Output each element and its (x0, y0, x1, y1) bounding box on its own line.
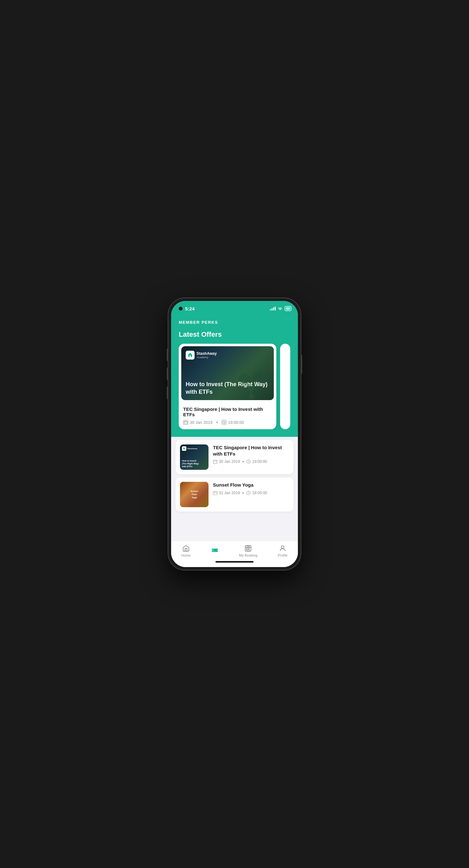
svg-rect-3 (184, 421, 187, 424)
item-2-title: Sunset Flow Yoga (213, 482, 289, 488)
meta-separator-1 (216, 422, 218, 423)
item-1-content: TEC Singapore | How to Invest with ETFs … (213, 444, 289, 464)
nav-booking-label: My Booking (239, 553, 257, 557)
clock-icon (222, 420, 227, 425)
item-2-date-meta: 31 Jan 2019 (213, 491, 240, 495)
wifi-icon (277, 306, 283, 311)
item-1-title: TEC Singapore | How to Invest with ETFs (213, 444, 289, 457)
content-area[interactable]: StashAway How to Invest(The Right Way)wi… (171, 437, 298, 540)
stashaway-logo: StashAway Academy (186, 351, 217, 360)
thumb-yoga-bg: SunsetFlowYoga (180, 482, 208, 507)
phone-frame: 5:24 60 (168, 298, 301, 570)
volume-up-button (167, 348, 168, 361)
svg-point-14 (282, 546, 284, 548)
silent-switch (167, 386, 168, 399)
nav-home[interactable]: Home (176, 543, 196, 558)
list-item[interactable]: StashAway How to Invest(The Right Way)wi… (176, 440, 293, 474)
signal-bar-2 (271, 308, 272, 310)
brand-name: StashAway (197, 351, 217, 356)
nav-booking[interactable]: My Booking (234, 543, 262, 558)
item-1-meta: 30 Jan 2019 19:00:00 (213, 459, 289, 464)
member-perks-label: MEMBER PERKS (179, 320, 290, 325)
phone-screen: 5:24 60 (171, 301, 298, 567)
featured-card-image: StashAway Academy How to Invest (The Rig… (181, 346, 274, 400)
volume-down-button (167, 368, 168, 380)
home-indicator (215, 561, 254, 563)
featured-card[interactable]: StashAway Academy How to Invest (The Rig… (179, 344, 276, 429)
profile-icon (279, 545, 287, 552)
latest-offers-label: Latest Offers (179, 331, 290, 339)
thumb-yoga-text: SunsetFlowYoga (189, 489, 199, 500)
thumb-stashaway-text: How to Invest(The Right Way)with ETFs (182, 459, 207, 468)
item-1-date-meta: 30 Jan 2019 (213, 459, 240, 464)
time-display: 5:24 (185, 306, 195, 311)
svg-rect-9 (212, 549, 218, 552)
bottom-nav: Home (171, 540, 298, 560)
featured-date: 30 Jan 2019 (190, 420, 213, 425)
camera-dot (179, 307, 182, 310)
item-2-date: 31 Jan 2019 (219, 491, 240, 495)
list-item[interactable]: SunsetFlowYoga Sunset Flow Yoga 31 Jan 2… (176, 477, 293, 512)
signal-icon (270, 307, 276, 310)
status-time-area: 5:24 (179, 306, 195, 311)
logo-icon (186, 351, 195, 360)
nav-profile[interactable]: Profile (273, 543, 293, 558)
item-1-time-meta: 19:00:00 (246, 459, 267, 464)
date-meta: 30 Jan 2019 (183, 420, 213, 425)
signal-bar-3 (273, 307, 274, 310)
svg-rect-5 (213, 460, 217, 463)
featured-card-body: TEC Singapore | How to Invest with ETFs … (179, 403, 276, 429)
status-bar: 5:24 60 (171, 301, 298, 315)
featured-card-meta: 30 Jan 2019 19:00:00 (183, 420, 272, 425)
brand-sub: Academy (197, 356, 217, 359)
thumb-stashaway-bg: StashAway How to Invest(The Right Way)wi… (180, 444, 208, 470)
signal-bar-1 (270, 309, 271, 310)
item-2-meta: 31 Jan 2019 18:00:00 (213, 491, 289, 495)
item-1-time: 19:00:00 (252, 459, 267, 464)
nav-home-label: Home (181, 553, 190, 557)
booking-icon (244, 545, 252, 552)
peek-card (280, 344, 290, 429)
item-1-date: 30 Jan 2019 (219, 459, 240, 464)
header-section: MEMBER PERKS Latest Offers (171, 315, 298, 437)
battery-icon: 60 (285, 306, 292, 311)
svg-point-1 (239, 373, 250, 384)
nav-profile-label: Profile (278, 553, 288, 557)
home-icon (182, 545, 190, 552)
power-button (301, 355, 302, 374)
item-1-thumbnail: StashAway How to Invest(The Right Way)wi… (180, 444, 208, 470)
logo-text-area: StashAway Academy (197, 351, 217, 359)
svg-rect-7 (213, 491, 217, 495)
item-1-separator (242, 461, 244, 462)
item-2-content: Sunset Flow Yoga 31 Jan 2019 (213, 482, 289, 495)
featured-time: 19:00:00 (228, 420, 244, 425)
calendar-icon (183, 420, 188, 425)
nav-perks[interactable] (206, 545, 224, 557)
ticket-icon (211, 547, 219, 554)
signal-bar-4 (275, 307, 276, 310)
svg-point-2 (253, 372, 262, 381)
item-2-thumbnail: SunsetFlowYoga (180, 482, 208, 507)
time-meta: 19:00:00 (222, 420, 244, 425)
item-2-separator (242, 492, 244, 494)
item-2-time-meta: 18:00:00 (246, 491, 267, 495)
item-2-time: 18:00:00 (252, 491, 267, 495)
featured-card-title: TEC Singapore | How to Invest with ETFs (183, 406, 272, 417)
status-icons: 60 (270, 306, 292, 311)
